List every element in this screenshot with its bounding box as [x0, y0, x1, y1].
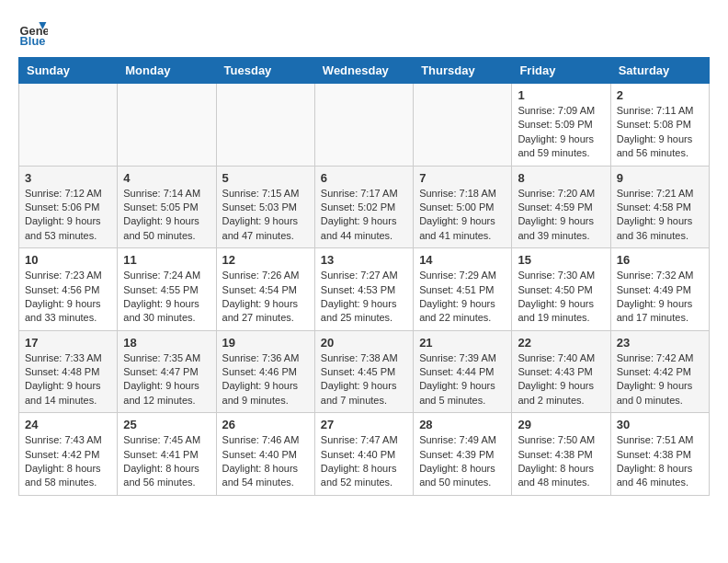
col-header-monday: Monday [118, 58, 216, 84]
day-info: Sunrise: 7:30 AM [518, 269, 604, 282]
calendar-cell: 26Sunrise: 7:46 AMSunset: 4:40 PMDayligh… [216, 413, 314, 496]
day-info: Daylight: 8 hours and 52 minutes. [321, 462, 407, 490]
calendar-cell [216, 84, 314, 167]
day-info: Sunset: 4:49 PM [617, 283, 703, 297]
day-number: 4 [123, 171, 210, 185]
day-info: Daylight: 9 hours and 2 minutes. [518, 379, 604, 408]
calendar-cell: 23Sunrise: 7:42 AMSunset: 4:42 PMDayligh… [610, 330, 709, 413]
day-info: Sunset: 4:40 PM [321, 448, 407, 462]
calendar-cell: 27Sunrise: 7:47 AMSunset: 4:40 PMDayligh… [314, 413, 413, 496]
col-header-sunday: Sunday [19, 58, 118, 84]
day-info: Sunrise: 7:15 AM [222, 187, 309, 201]
day-info: Daylight: 8 hours and 56 minutes. [123, 462, 210, 490]
calendar-cell: 10Sunrise: 7:23 AMSunset: 4:56 PMDayligh… [19, 248, 118, 331]
col-header-friday: Friday [512, 58, 610, 84]
calendar-cell: 4Sunrise: 7:14 AMSunset: 5:05 PMDaylight… [118, 166, 216, 248]
calendar-cell: 5Sunrise: 7:15 AMSunset: 5:03 PMDaylight… [216, 166, 314, 248]
day-info: Sunset: 4:45 PM [321, 365, 407, 379]
calendar-cell: 13Sunrise: 7:27 AMSunset: 4:53 PMDayligh… [314, 248, 413, 331]
calendar-cell: 28Sunrise: 7:49 AMSunset: 4:39 PMDayligh… [414, 413, 512, 496]
day-info: Daylight: 9 hours and 33 minutes. [25, 297, 111, 326]
day-info: Sunset: 4:44 PM [419, 365, 506, 379]
day-info: Sunset: 5:08 PM [617, 118, 703, 132]
calendar-cell [19, 84, 118, 167]
day-info: Sunset: 4:56 PM [25, 283, 111, 297]
day-info: Sunset: 5:02 PM [321, 201, 407, 214]
day-info: Daylight: 9 hours and 41 minutes. [419, 214, 506, 243]
day-info: Daylight: 9 hours and 56 minutes. [617, 132, 703, 161]
day-info: Sunrise: 7:43 AM [25, 433, 111, 447]
day-number: 24 [25, 418, 111, 431]
day-number: 18 [123, 336, 210, 350]
day-number: 9 [617, 171, 703, 185]
day-info: Sunset: 4:43 PM [518, 365, 604, 379]
day-info: Sunset: 4:48 PM [25, 365, 111, 379]
day-info: Daylight: 9 hours and 36 minutes. [617, 214, 703, 243]
day-number: 22 [518, 336, 604, 350]
day-info: Sunset: 4:50 PM [518, 283, 604, 297]
calendar-cell: 3Sunrise: 7:12 AMSunset: 5:06 PMDaylight… [19, 166, 118, 248]
logo: General Blue [18, 18, 51, 48]
day-info: Daylight: 8 hours and 50 minutes. [419, 462, 506, 490]
day-info: Daylight: 9 hours and 50 minutes. [123, 214, 210, 243]
day-info: Sunset: 5:06 PM [25, 201, 111, 214]
day-info: Daylight: 9 hours and 22 minutes. [419, 297, 506, 326]
day-info: Sunset: 4:38 PM [518, 448, 604, 462]
calendar-cell: 2Sunrise: 7:11 AMSunset: 5:08 PMDaylight… [610, 84, 709, 167]
day-info: Sunrise: 7:46 AM [222, 433, 309, 447]
day-info: Sunset: 4:42 PM [617, 365, 703, 379]
day-info: Daylight: 9 hours and 0 minutes. [617, 379, 703, 408]
day-info: Daylight: 8 hours and 54 minutes. [222, 462, 309, 490]
day-info: Daylight: 9 hours and 5 minutes. [419, 379, 506, 408]
day-info: Sunrise: 7:12 AM [25, 187, 111, 201]
day-info: Sunrise: 7:51 AM [617, 433, 703, 447]
day-info: Daylight: 9 hours and 59 minutes. [518, 132, 604, 161]
day-number: 1 [518, 88, 604, 102]
day-info: Sunrise: 7:18 AM [419, 187, 506, 201]
day-info: Sunset: 4:54 PM [222, 283, 309, 297]
day-info: Daylight: 9 hours and 9 minutes. [222, 379, 309, 408]
day-info: Sunset: 5:09 PM [518, 118, 604, 132]
day-info: Daylight: 9 hours and 14 minutes. [25, 379, 111, 408]
header: General Blue [18, 18, 710, 48]
day-info: Daylight: 8 hours and 46 minutes. [617, 462, 703, 490]
day-number: 28 [419, 418, 506, 431]
day-info: Daylight: 9 hours and 39 minutes. [518, 214, 604, 243]
day-info: Daylight: 9 hours and 30 minutes. [123, 297, 210, 326]
calendar-cell: 20Sunrise: 7:38 AMSunset: 4:45 PMDayligh… [314, 330, 413, 413]
day-info: Sunrise: 7:24 AM [123, 269, 210, 282]
day-number: 12 [222, 253, 309, 267]
day-info: Sunset: 4:53 PM [321, 283, 407, 297]
day-number: 2 [617, 88, 703, 102]
day-number: 15 [518, 253, 604, 267]
day-number: 17 [25, 336, 111, 350]
day-info: Sunrise: 7:42 AM [617, 351, 703, 365]
calendar-cell: 9Sunrise: 7:21 AMSunset: 4:58 PMDaylight… [610, 166, 709, 248]
day-number: 21 [419, 336, 506, 350]
day-info: Daylight: 9 hours and 7 minutes. [321, 379, 407, 408]
day-info: Sunrise: 7:49 AM [419, 433, 506, 447]
day-info: Daylight: 9 hours and 12 minutes. [123, 379, 210, 408]
day-info: Sunset: 4:38 PM [617, 448, 703, 462]
day-info: Sunset: 4:51 PM [419, 283, 506, 297]
day-info: Daylight: 9 hours and 27 minutes. [222, 297, 309, 326]
day-info: Sunset: 4:55 PM [123, 283, 210, 297]
calendar-cell: 30Sunrise: 7:51 AMSunset: 4:38 PMDayligh… [610, 413, 709, 496]
day-info: Sunrise: 7:29 AM [419, 269, 506, 282]
day-info: Sunrise: 7:47 AM [321, 433, 407, 447]
day-info: Sunset: 4:46 PM [222, 365, 309, 379]
calendar-cell: 11Sunrise: 7:24 AMSunset: 4:55 PMDayligh… [118, 248, 216, 331]
day-info: Sunset: 4:42 PM [25, 448, 111, 462]
day-info: Daylight: 9 hours and 19 minutes. [518, 297, 604, 326]
day-info: Sunset: 4:41 PM [123, 448, 210, 462]
day-info: Sunset: 4:40 PM [222, 448, 309, 462]
svg-text:Blue: Blue [20, 34, 46, 48]
day-info: Sunset: 4:39 PM [419, 448, 506, 462]
day-info: Daylight: 9 hours and 44 minutes. [321, 214, 407, 243]
day-info: Daylight: 9 hours and 47 minutes. [222, 214, 309, 243]
day-info: Sunrise: 7:40 AM [518, 351, 604, 365]
day-number: 16 [617, 253, 703, 267]
day-info: Sunrise: 7:32 AM [617, 269, 703, 282]
calendar-cell: 6Sunrise: 7:17 AMSunset: 5:02 PMDaylight… [314, 166, 413, 248]
day-info: Sunrise: 7:26 AM [222, 269, 309, 282]
